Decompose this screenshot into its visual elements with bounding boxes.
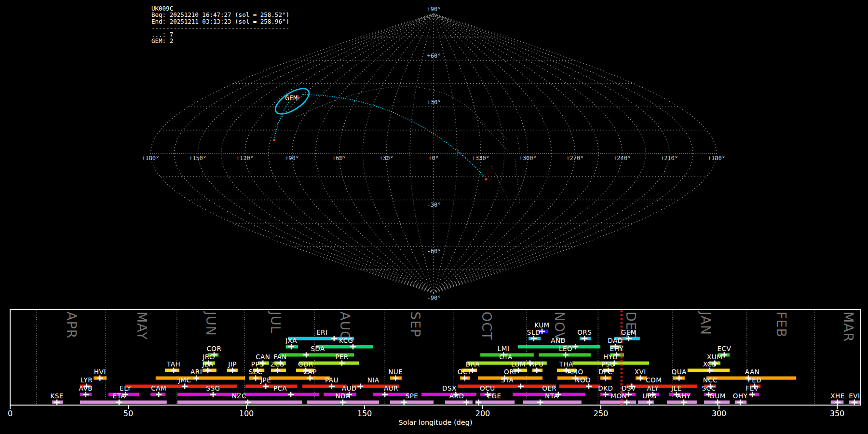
axis-tick-label: 150 [357,409,372,418]
lon-label: +330° [472,155,489,162]
shower-bar-ETA [80,401,167,404]
shower-label-NUE: NUE [388,368,403,376]
shower-label-LUM: LUM [511,360,526,368]
shower-label-SLD: SLD [527,328,541,336]
shower-label-FED: FED [748,376,761,384]
lat-label: +60° [427,53,441,59]
shower-peak-EVI [852,400,857,405]
shower-label-DPC: DPC [598,368,612,376]
shower-bar-ARI [156,377,245,380]
shower-label-JEA: JEA [202,360,214,368]
axis-title: Solar longitude (deg) [398,419,472,426]
shower-label-AMO: AMO [568,368,583,376]
shower-peak-SLD [531,336,537,341]
shower-label-AUR: AUR [384,384,398,392]
month-label-MAR: MAR [841,312,856,342]
shower-peak-JXA [288,344,294,350]
month-label-APR: APR [64,312,79,339]
shower-peak-DPC [603,376,609,381]
shower-label-JRC: JRC [202,353,214,361]
shower-peak-RPU [534,368,540,373]
shower-label-SZC: SZC [249,368,263,376]
shower-label-JIP: JIP [228,360,237,368]
shower-label-PCA: PCA [273,384,287,392]
shower-label-PSU: PSU [601,360,615,368]
meteor-track-sporadic [515,159,520,203]
shower-peak-GUM [715,400,720,405]
shower-label-NDA: NDA [335,392,350,400]
month-label-OCT: OCT [479,312,494,340]
lat-label: +90° [427,6,441,13]
shower-label-SDA: SDA [311,345,325,353]
shower-peak-EGE [475,400,481,405]
shower-bar-SSG [177,393,238,396]
axis-tick-label: 200 [475,409,490,418]
shower-peak-XHE [835,400,841,405]
lon-label: +300° [519,155,537,162]
shower-peak-XVI [637,376,643,381]
shower-peak-NOO [586,384,592,389]
shower-label-CTA: CTA [499,353,513,361]
lon-label: +90° [285,155,299,162]
shower-label-ARD: ARD [449,392,464,400]
axis-tick-label: 350 [830,409,845,418]
shower-label-QUA: QUA [672,368,687,376]
shower-label-MON: MON [610,392,627,400]
shower-bar-CAP [269,377,330,380]
shower-label-NZC: NZC [232,392,246,400]
shower-peak-AHY [681,400,687,405]
shower-label-KSE: KSE [50,392,63,400]
shower-peak-AVB [83,392,89,397]
lat-label: -60° [427,248,441,255]
shower-peak-KSE [54,400,60,405]
shower-peak-KCG [350,344,356,350]
shower-peak-JEA [205,368,211,373]
shower-peak-HVI [97,376,103,381]
shower-label-FAN: FAN [273,353,286,361]
shower-peak-SPE [401,400,407,405]
shower-peak-NZC [245,400,251,405]
shower-label-NCC: NCC [703,376,718,384]
shower-peak-CAP [307,376,313,381]
shower-peak-AND [572,344,578,350]
shower-label-ORI: ORI [504,368,516,376]
shower-peak-OCT [462,376,468,381]
shower-peak-LUM [515,368,521,373]
shower-bar-PAU [302,385,347,388]
shower-label-JMC: JMC [178,376,191,384]
shower-label-GUM: GUM [709,392,726,400]
shower-peak-SZC [253,376,258,381]
shower-label-LMI: LMI [498,345,510,353]
shower-label-PER: PER [335,353,349,361]
shower-peak-URS [647,400,652,405]
shower-label-LEO: LEO [559,345,572,353]
activity-timeline: APRMAYJUNJULAUGSEPOCTNOVDECJANFEBMARKUME… [8,310,861,426]
shower-label-OER: OER [542,384,556,392]
shower-label-FEV: FEV [746,384,759,392]
meridian [269,14,434,293]
meridian [434,14,504,293]
shower-label-SSG: SSG [206,384,220,392]
shower-bar-COM [626,385,697,388]
shower-bar-SPE [390,401,434,404]
lon-label: +210° [661,155,678,162]
shower-bar-NTA [523,401,582,404]
shower-label-HYD: HYD [603,353,618,361]
shower-label-SCC: SCC [702,384,716,392]
shower-peak-NTA [537,400,543,405]
lat-label: -30° [427,202,441,208]
shower-label-ECV: ECV [717,345,731,353]
shower-label-KCG: KCG [339,337,353,344]
header-info: UK009C Beg: 20251210 16:47:27 (sol = 258… [151,5,289,44]
shower-bar-NZC [177,401,302,404]
shower-peak-NIA [357,384,363,389]
axis-tick-label: 100 [239,409,254,418]
shower-label-XVI: XVI [635,368,646,376]
shower-peak-JPE [263,384,269,389]
shower-label-DKD: DKD [598,384,613,392]
shower-peak-LEO [563,353,569,358]
month-label-SEP: SEP [408,312,423,337]
shower-label-JXA: JXA [285,337,297,344]
shower-label-COR: COR [206,345,221,353]
shower-peak-OHY [737,400,743,405]
